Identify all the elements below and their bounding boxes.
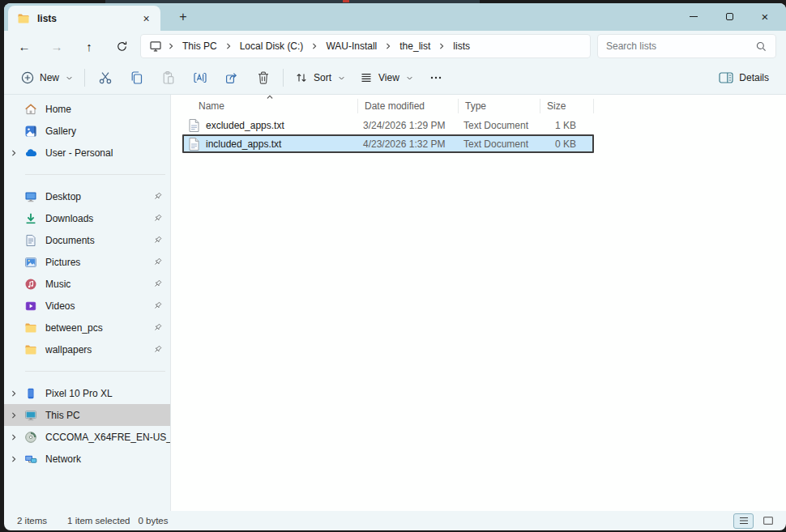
network-icon xyxy=(23,453,37,466)
thumbnail-view-button[interactable] xyxy=(758,513,778,529)
sidebar-item-label: Pictures xyxy=(45,257,80,268)
file-explorer-window: lists × + × ← → ↑ This PC Local Disk (C:… xyxy=(4,3,786,530)
folder-icon xyxy=(17,12,30,25)
sidebar-item-wallpapers[interactable]: wallpapers xyxy=(4,338,170,360)
sidebar-item-downloads[interactable]: Downloads xyxy=(4,207,170,229)
file-type: Text Document xyxy=(459,120,540,131)
selection-size: 0 bytes xyxy=(138,516,168,526)
maximize-button[interactable] xyxy=(711,3,747,29)
chevron-down-icon xyxy=(406,74,413,82)
search-box[interactable] xyxy=(597,34,776,58)
breadcrumb-item-the-list[interactable]: the_list xyxy=(394,40,436,52)
sidebar-item-usb-drive[interactable]: CCCOMA_X64FRE_EN-US_DV9 (F:) xyxy=(4,426,170,448)
chevron-right-icon xyxy=(309,42,320,50)
sidebar-item-label: Music xyxy=(45,279,70,290)
sidebar-item-this-pc[interactable]: This PC xyxy=(4,404,170,426)
table-row-selected[interactable]: included_apps.txt 4/23/2026 1:32 PM Text… xyxy=(182,134,594,153)
sidebar-item-gallery[interactable]: Gallery xyxy=(4,120,170,142)
sidebar-item-onedrive-personal[interactable]: User - Personal xyxy=(4,142,170,164)
chevron-right-icon[interactable] xyxy=(4,455,23,463)
chevron-right-icon[interactable] xyxy=(4,389,23,398)
view-button[interactable]: View xyxy=(352,65,421,91)
close-button[interactable]: × xyxy=(747,3,783,29)
rename-icon xyxy=(193,70,207,85)
downloads-icon xyxy=(23,212,37,225)
sidebar-item-documents[interactable]: Documents xyxy=(4,229,170,251)
sidebar-item-label: Home xyxy=(45,104,71,115)
chevron-right-icon[interactable] xyxy=(4,433,23,441)
explorer-tab[interactable]: lists × xyxy=(8,6,160,31)
sidebar-item-home[interactable]: Home xyxy=(4,98,170,120)
sidebar-item-label: between_pcs xyxy=(45,322,103,334)
sidebar-item-pictures[interactable]: Pictures xyxy=(4,251,170,273)
column-headers: Name Date modified Type Size xyxy=(171,96,786,116)
view-toggles xyxy=(733,513,778,529)
file-size: 0 KB xyxy=(540,138,589,150)
documents-icon xyxy=(23,234,37,247)
breadcrumb-item-lists[interactable]: lists xyxy=(447,40,476,52)
details-view-button[interactable] xyxy=(733,513,754,529)
cut-button[interactable] xyxy=(89,65,121,91)
view-button-label: View xyxy=(378,72,399,83)
column-header-date-modified[interactable]: Date modified xyxy=(358,99,459,113)
sort-button[interactable]: Sort xyxy=(288,65,352,91)
pin-icon xyxy=(152,235,163,245)
sort-ascending-icon xyxy=(266,93,274,101)
this-pc-icon xyxy=(23,409,37,422)
chevron-right-icon[interactable] xyxy=(4,411,23,419)
refresh-icon xyxy=(116,40,128,53)
search-input[interactable] xyxy=(606,40,755,52)
paste-button-disabled[interactable] xyxy=(152,65,184,91)
file-date-modified: 4/23/2026 1:32 PM xyxy=(358,138,459,150)
sort-button-label: Sort xyxy=(314,72,331,83)
chevron-right-icon xyxy=(436,42,447,50)
breadcrumb-item-this-pc[interactable]: This PC xyxy=(177,40,223,52)
list-view-icon xyxy=(738,515,750,526)
details-button-label: Details xyxy=(739,72,769,83)
column-header-type[interactable]: Type xyxy=(459,99,540,113)
sidebar-item-pixel-phone[interactable]: Pixel 10 Pro XL xyxy=(4,382,170,404)
up-button[interactable]: ↑ xyxy=(75,34,103,59)
trash-icon xyxy=(256,70,271,85)
chevron-right-icon[interactable] xyxy=(4,149,23,157)
column-header-size[interactable]: Size xyxy=(540,99,594,113)
new-button[interactable]: New xyxy=(14,65,80,91)
rename-button[interactable] xyxy=(184,65,216,91)
minimize-button[interactable] xyxy=(676,3,711,29)
tab-close-button[interactable]: × xyxy=(139,11,154,26)
sidebar-item-music[interactable]: Music xyxy=(4,273,170,295)
details-pane-button[interactable]: Details xyxy=(711,65,776,91)
sidebar-divider xyxy=(25,174,165,175)
forward-button[interactable]: → xyxy=(43,34,70,59)
more-options-button[interactable] xyxy=(421,65,452,91)
delete-button[interactable] xyxy=(247,65,279,91)
sidebar-item-videos[interactable]: Videos xyxy=(4,295,170,317)
copy-button[interactable] xyxy=(121,65,152,91)
back-button[interactable]: ← xyxy=(11,34,38,59)
chevron-down-icon xyxy=(66,74,73,82)
share-button[interactable] xyxy=(216,65,247,91)
sidebar-item-label: Documents xyxy=(45,235,95,246)
sidebar-item-label: Pixel 10 Pro XL xyxy=(45,388,113,399)
breadcrumb-item-wau-install[interactable]: WAU-Install xyxy=(320,40,382,52)
tab-bar: lists × + × xyxy=(4,3,786,31)
file-name: excluded_apps.txt xyxy=(206,120,284,131)
sidebar-item-label: wallpapers xyxy=(45,344,92,355)
item-count: 2 items xyxy=(17,516,47,526)
sidebar-divider xyxy=(25,371,165,372)
sidebar-item-network[interactable]: Network xyxy=(4,448,170,470)
sidebar-item-between-pcs[interactable]: between_pcs xyxy=(4,317,170,338)
this-pc-icon xyxy=(147,40,165,53)
close-icon: × xyxy=(762,11,769,23)
toolbar-divider xyxy=(84,69,85,87)
refresh-button[interactable] xyxy=(108,34,135,59)
sidebar-item-desktop[interactable]: Desktop xyxy=(4,185,170,207)
toolbar-divider xyxy=(283,69,284,87)
breadcrumb-item-local-disk[interactable]: Local Disk (C:) xyxy=(234,40,310,52)
new-tab-button[interactable]: + xyxy=(173,6,194,28)
table-row[interactable]: excluded_apps.txt 3/24/2026 1:29 PM Text… xyxy=(182,116,594,134)
sort-arrows-icon xyxy=(295,71,308,84)
breadcrumb[interactable]: This PC Local Disk (C:) WAU-Install the_… xyxy=(140,34,591,58)
text-file-icon xyxy=(189,119,199,132)
folder-icon xyxy=(23,343,37,356)
